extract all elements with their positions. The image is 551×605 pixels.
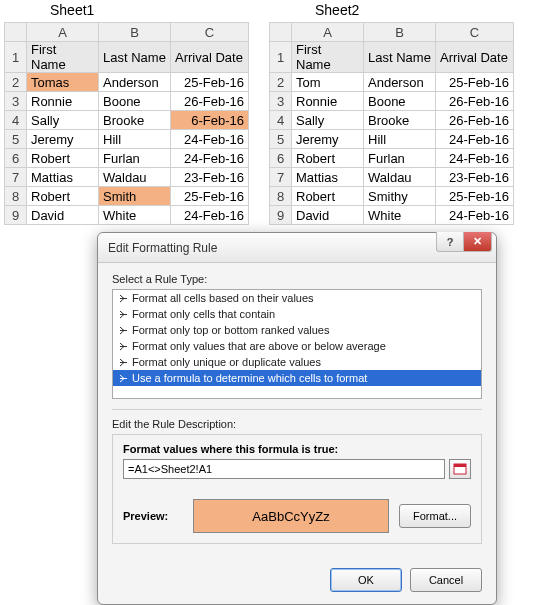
close-button[interactable]: ✕ [464,232,492,252]
cell[interactable]: Brooke [364,111,436,130]
cell[interactable]: Hill [99,130,171,149]
cell[interactable]: Last Name [364,42,436,73]
cell[interactable]: Arrival Date [436,42,514,73]
row-header[interactable]: 9 [270,206,292,225]
svg-rect-1 [454,464,466,467]
cancel-button[interactable]: Cancel [410,568,482,592]
cell[interactable]: Furlan [99,149,171,168]
cell[interactable]: Robert [292,149,364,168]
column-header[interactable]: B [99,23,171,42]
cell[interactable]: Robert [292,187,364,206]
cell[interactable]: 26-Feb-16 [171,92,249,111]
cell[interactable]: Waldau [99,168,171,187]
cell[interactable]: 24-Feb-16 [436,130,514,149]
row-header[interactable]: 1 [5,42,27,73]
cell[interactable]: Ronnie [292,92,364,111]
cell[interactable]: Smith [99,187,171,206]
cell[interactable]: Mattias [292,168,364,187]
cell[interactable]: 26-Feb-16 [436,111,514,130]
help-button[interactable]: ? [436,232,464,252]
cell[interactable]: Hill [364,130,436,149]
cell[interactable]: Boone [364,92,436,111]
row-header[interactable]: 3 [5,92,27,111]
rule-type-item[interactable]: Use a formula to determine which cells t… [113,370,481,386]
cell[interactable]: 23-Feb-16 [436,168,514,187]
rule-type-item[interactable]: Format all cells based on their values [113,290,481,306]
cell[interactable]: Tomas [27,73,99,92]
rule-type-item[interactable]: Format only values that are above or bel… [113,338,481,354]
cell[interactable]: Robert [27,187,99,206]
cell[interactable]: Tom [292,73,364,92]
cell[interactable]: Boone [99,92,171,111]
cell[interactable]: Smithy [364,187,436,206]
ok-button[interactable]: OK [330,568,402,592]
cell[interactable]: Arrival Date [171,42,249,73]
cell[interactable]: David [27,206,99,225]
spreadsheet-grid[interactable]: ABC1First NameLast NameArrival Date2Toma… [4,22,249,225]
cell[interactable]: David [292,206,364,225]
rule-type-label: Format all cells based on their values [132,292,314,304]
cell[interactable]: First Name [27,42,99,73]
rule-type-listbox[interactable]: Format all cells based on their valuesFo… [112,289,482,399]
cell[interactable]: 6-Feb-16 [171,111,249,130]
column-header[interactable]: A [292,23,364,42]
row-header[interactable]: 3 [270,92,292,111]
row-header[interactable]: 8 [5,187,27,206]
row-header[interactable]: 1 [270,42,292,73]
dialog-titlebar[interactable]: Edit Formatting Rule ? ✕ [98,233,496,263]
rule-type-item[interactable]: Format only unique or duplicate values [113,354,481,370]
row-header[interactable]: 6 [270,149,292,168]
cell[interactable]: 24-Feb-16 [436,206,514,225]
cell[interactable]: Waldau [364,168,436,187]
rule-type-item[interactable]: Format only cells that contain [113,306,481,322]
row-header[interactable]: 2 [270,73,292,92]
cell[interactable]: 25-Feb-16 [171,187,249,206]
cell[interactable]: White [364,206,436,225]
cell[interactable]: Sally [292,111,364,130]
cell[interactable]: 24-Feb-16 [171,149,249,168]
range-picker-button[interactable] [449,459,471,479]
cell[interactable]: 25-Feb-16 [171,73,249,92]
cell[interactable]: Ronnie [27,92,99,111]
cell[interactable]: 24-Feb-16 [171,130,249,149]
column-header[interactable]: B [364,23,436,42]
cell[interactable]: Mattias [27,168,99,187]
cell[interactable]: 25-Feb-16 [436,187,514,206]
format-button[interactable]: Format... [399,504,471,528]
row-header[interactable]: 8 [270,187,292,206]
cell[interactable]: First Name [292,42,364,73]
cell[interactable]: Anderson [99,73,171,92]
cell[interactable]: 24-Feb-16 [436,149,514,168]
row-header[interactable]: 9 [5,206,27,225]
row-header[interactable]: 6 [5,149,27,168]
column-header[interactable]: C [171,23,249,42]
column-header[interactable]: C [436,23,514,42]
cell[interactable]: Robert [27,149,99,168]
cell[interactable]: Brooke [99,111,171,130]
cell[interactable]: Jeremy [292,130,364,149]
cell[interactable]: 25-Feb-16 [436,73,514,92]
cell[interactable]: 23-Feb-16 [171,168,249,187]
rule-type-item[interactable]: Format only top or bottom ranked values [113,322,481,338]
cell[interactable]: 24-Feb-16 [171,206,249,225]
cell[interactable]: Sally [27,111,99,130]
select-all-corner[interactable] [270,23,292,42]
row-header[interactable]: 2 [5,73,27,92]
column-header[interactable]: A [27,23,99,42]
cell[interactable]: Last Name [99,42,171,73]
cell[interactable]: Anderson [364,73,436,92]
cell[interactable]: White [99,206,171,225]
formula-input[interactable] [123,459,445,479]
cell[interactable]: Jeremy [27,130,99,149]
spreadsheet-grid[interactable]: ABC1First NameLast NameArrival Date2TomA… [269,22,514,225]
row-header[interactable]: 7 [270,168,292,187]
row-header[interactable]: 5 [270,130,292,149]
row-header[interactable]: 4 [270,111,292,130]
row-header[interactable]: 5 [5,130,27,149]
sheet-title: Sheet2 [269,0,514,22]
cell[interactable]: Furlan [364,149,436,168]
row-header[interactable]: 4 [5,111,27,130]
select-all-corner[interactable] [5,23,27,42]
row-header[interactable]: 7 [5,168,27,187]
cell[interactable]: 26-Feb-16 [436,92,514,111]
